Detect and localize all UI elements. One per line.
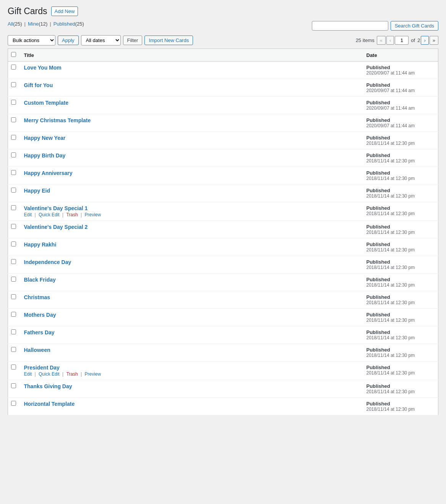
row-checkbox[interactable] xyxy=(11,294,16,299)
row-title-link[interactable]: Gift for You xyxy=(24,82,53,88)
row-title-link[interactable]: Love You Mom xyxy=(24,65,62,71)
row-action-trash[interactable]: Trash xyxy=(66,371,78,377)
status-badge: Published xyxy=(367,329,434,335)
filter-mine-link[interactable]: Mine xyxy=(28,21,39,27)
row-title-link[interactable]: Happy New Year xyxy=(24,135,66,141)
row-title-link[interactable]: Halloween xyxy=(24,347,50,353)
row-title-cell: Thanks Giving Day xyxy=(19,380,362,398)
date-time: 2018/11/14 at 12:30 pm xyxy=(367,176,434,181)
row-checkbox-cell xyxy=(8,132,19,149)
row-date-cell: Published2018/11/14 at 12:30 pm xyxy=(362,291,438,309)
row-action-quick-edit[interactable]: Quick Edit xyxy=(39,371,60,377)
row-title-link[interactable]: Merry Christmas Template xyxy=(24,117,91,123)
row-title-link[interactable]: Happy Birth Day xyxy=(24,152,66,159)
next-page-button[interactable]: › xyxy=(421,36,428,45)
prev-page-button[interactable]: ‹ xyxy=(386,36,394,45)
search-input[interactable] xyxy=(312,21,388,31)
row-checkbox[interactable] xyxy=(11,329,16,334)
table-row: Mothers DayPublished2018/11/14 at 12:30 … xyxy=(8,309,438,326)
row-date-cell: Published2018/11/14 at 12:30 pm xyxy=(362,326,438,344)
row-title-link[interactable]: President Day xyxy=(24,365,60,371)
row-title-link[interactable]: Custom Template xyxy=(24,100,68,106)
date-time: 2018/11/14 at 12:30 pm xyxy=(367,211,434,216)
row-title-link[interactable]: Happy Rakhi xyxy=(24,241,57,248)
current-page-input[interactable] xyxy=(395,36,409,45)
status-badge: Published xyxy=(367,82,434,88)
row-checkbox[interactable] xyxy=(11,152,16,157)
row-checkbox[interactable] xyxy=(11,100,16,105)
row-action-edit[interactable]: Edit xyxy=(24,371,32,377)
row-checkbox[interactable] xyxy=(11,65,16,70)
title-sort-link[interactable]: Title xyxy=(24,52,34,58)
row-title-link[interactable]: Christmas xyxy=(24,294,50,300)
last-page-button[interactable]: » xyxy=(430,36,438,45)
row-title-link[interactable]: Happy Eid xyxy=(24,188,50,194)
row-title-cell: Valentine's Day Special 1Edit | Quick Ed… xyxy=(19,202,362,221)
row-checkbox[interactable] xyxy=(11,170,16,175)
status-badge: Published xyxy=(367,135,434,141)
title-column-header[interactable]: Title xyxy=(19,49,362,62)
row-title-link[interactable]: Black Friday xyxy=(24,277,56,283)
row-title-cell: Christmas xyxy=(19,291,362,309)
filter-all-count: (25) xyxy=(13,21,22,27)
status-badge: Published xyxy=(367,205,434,211)
row-action-trash[interactable]: Trash xyxy=(66,212,78,217)
select-all-checkbox[interactable] xyxy=(11,52,16,57)
row-action-preview[interactable]: Preview xyxy=(85,212,101,217)
row-date-cell: Published2018/11/14 at 12:30 pm xyxy=(362,398,438,415)
row-checkbox[interactable] xyxy=(11,383,16,388)
filter-published-count: (25) xyxy=(75,21,84,27)
filter-all-link[interactable]: All xyxy=(8,21,13,27)
row-title-link[interactable]: Horizontal Template xyxy=(24,401,75,407)
row-checkbox[interactable] xyxy=(11,188,16,193)
filter-published-link[interactable]: Published xyxy=(54,21,75,27)
row-title-link[interactable]: Mothers Day xyxy=(24,312,56,318)
row-checkbox-cell xyxy=(8,97,19,114)
filter-button[interactable]: Filter xyxy=(123,36,143,45)
row-checkbox[interactable] xyxy=(11,241,16,246)
date-time: 2018/11/14 at 12:30 pm xyxy=(367,318,434,323)
row-title-link[interactable]: Independence Day xyxy=(24,259,71,265)
row-action-edit[interactable]: Edit xyxy=(24,212,32,217)
filter-links: All (25) | Mine (12) | Published (25) xyxy=(8,21,84,27)
row-checkbox[interactable] xyxy=(11,82,16,87)
date-filter-select[interactable]: All dates xyxy=(81,35,121,45)
row-action-preview[interactable]: Preview xyxy=(85,371,101,377)
status-badge: Published xyxy=(367,347,434,353)
date-time: 2018/11/14 at 12:30 pm xyxy=(367,353,434,358)
row-checkbox[interactable] xyxy=(11,365,16,369)
row-title-cell: Black Friday xyxy=(19,274,362,291)
row-title-link[interactable]: Fathers Day xyxy=(24,329,55,335)
table-row: Fathers DayPublished2018/11/14 at 12:30 … xyxy=(8,326,438,344)
search-button[interactable]: Search Gift Cards xyxy=(391,21,438,31)
row-checkbox[interactable] xyxy=(11,401,16,406)
table-row: Happy EidPublished2018/11/14 at 12:30 pm xyxy=(8,185,438,202)
row-checkbox[interactable] xyxy=(11,312,16,317)
date-time: 2018/11/14 at 12:30 pm xyxy=(367,230,434,235)
row-checkbox[interactable] xyxy=(11,224,16,229)
filter-mine-count: (12) xyxy=(39,21,47,27)
row-checkbox[interactable] xyxy=(11,135,16,140)
page-title: Gift Cards xyxy=(8,6,47,16)
bulk-actions-select[interactable]: Bulk actions xyxy=(8,35,55,45)
row-title-link[interactable]: Happy Anniversary xyxy=(24,170,73,176)
first-page-button[interactable]: « xyxy=(377,36,386,45)
row-checkbox[interactable] xyxy=(11,259,16,264)
row-checkbox[interactable] xyxy=(11,117,16,122)
row-checkbox-cell xyxy=(8,238,19,256)
row-title-link[interactable]: Valentine's Day Special 2 xyxy=(24,224,88,230)
row-date-cell: Published2018/11/14 at 12:30 pm xyxy=(362,380,438,398)
add-new-button[interactable]: Add New xyxy=(51,6,78,16)
import-cards-link[interactable]: Import New Cards xyxy=(144,36,193,45)
row-checkbox[interactable] xyxy=(11,277,16,282)
row-title-link[interactable]: Thanks Giving Day xyxy=(24,383,72,389)
row-date-cell: Published2018/11/14 at 12:30 pm xyxy=(362,221,438,238)
row-action-quick-edit[interactable]: Quick Edit xyxy=(39,212,60,217)
row-title-cell: Mothers Day xyxy=(19,309,362,326)
row-title-link[interactable]: Valentine's Day Special 1 xyxy=(24,205,88,211)
row-checkbox[interactable] xyxy=(11,205,16,210)
row-checkbox-cell xyxy=(8,185,19,202)
apply-button[interactable]: Apply xyxy=(58,36,79,45)
date-time: 2020/09/07 at 11:44 am xyxy=(367,105,434,111)
row-checkbox[interactable] xyxy=(11,347,16,352)
